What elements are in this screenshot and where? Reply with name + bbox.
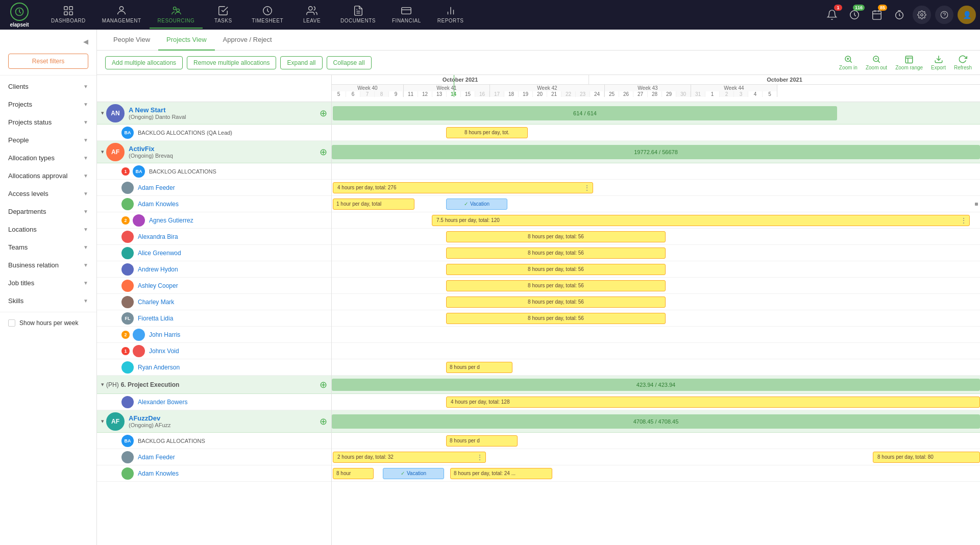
nav-management[interactable]: MANAGEMENT: [94, 1, 150, 29]
help-button[interactable]: [935, 6, 953, 24]
collapse-arrow[interactable]: ▾: [101, 148, 104, 155]
zoom-range-action[interactable]: Zoom range: [895, 55, 923, 70]
add-allocation-button[interactable]: ⊕: [320, 379, 327, 390]
person-name[interactable]: Alexander Bowers: [138, 399, 187, 406]
sidebar-item-allocation-types[interactable]: Allocation types ▼: [0, 149, 96, 167]
refresh-action[interactable]: Refresh: [954, 55, 972, 70]
person-name[interactable]: Johnx Void: [149, 348, 179, 355]
bar-menu-icon[interactable]: ⋮: [476, 453, 483, 461]
collapse-arrow[interactable]: ▾: [101, 418, 104, 425]
person-row: Alice Greenwod: [97, 245, 331, 261]
backlog-avatar: BA: [121, 127, 134, 139]
nav-dashboard[interactable]: DASHBOARD: [43, 1, 94, 29]
person-name[interactable]: John Harris: [149, 331, 180, 338]
collapse-all-button[interactable]: Collapse all: [327, 56, 372, 69]
reset-filters-button[interactable]: Reset filters: [8, 54, 88, 69]
day-cell: 4: [748, 91, 763, 97]
bar-menu-icon[interactable]: ⋮: [960, 216, 967, 225]
sidebar-item-access-levels[interactable]: Access levels ▼: [0, 185, 96, 203]
person-name[interactable]: Charley Mark: [138, 299, 174, 306]
export-action[interactable]: Export: [931, 55, 946, 70]
bar-row: 8 hours per day, tot.: [332, 125, 980, 141]
add-allocation-button[interactable]: ⊕: [320, 146, 327, 158]
project-info: ActivFix (Ongoing) Brevaq: [129, 145, 317, 159]
bar-row: 8 hours per d: [332, 359, 980, 376]
tab-people-view[interactable]: People View: [105, 30, 158, 51]
timer-button[interactable]: [890, 6, 909, 24]
sidebar-item-skills[interactable]: Skills ▼: [0, 292, 96, 310]
bar-row: 8 hours per d: [332, 433, 980, 449]
tab-approve-reject[interactable]: Approve / Reject: [215, 30, 280, 51]
sidebar-item-teams[interactable]: Teams ▼: [0, 238, 96, 256]
person-name[interactable]: Adam Feeder: [138, 184, 175, 191]
content-area: People View Projects View Approve / Reje…: [97, 30, 980, 545]
day-cell-weekend: 3: [734, 91, 748, 97]
settings-button[interactable]: [913, 6, 931, 24]
nav-financial[interactable]: FINANCIAL: [384, 1, 429, 29]
sidebar-collapse-button[interactable]: ◀: [79, 36, 92, 47]
sidebar-item-locations[interactable]: Locations ▼: [0, 220, 96, 238]
leave-button[interactable]: 85: [868, 6, 886, 24]
person-name[interactable]: Adam Feeder: [138, 454, 175, 461]
week-42-label: Week 42: [490, 85, 604, 91]
add-allocation-button[interactable]: ⊕: [320, 108, 327, 119]
person-name[interactable]: Alexandra Bira: [138, 233, 178, 240]
remove-multiple-allocations-button[interactable]: Remove multiple allocations: [187, 56, 276, 69]
expand-all-button[interactable]: Expand all: [280, 56, 322, 69]
bar-row: 8 hours per day, total: 56: [332, 229, 980, 245]
chevron-down-icon: ▼: [83, 119, 88, 125]
bar-row: 8 hours per day, total: 56: [332, 278, 980, 294]
backlog-avatar: BA: [121, 435, 134, 447]
person-name[interactable]: Adam Knowles: [138, 470, 179, 477]
project-name[interactable]: A New Start: [129, 106, 317, 114]
sidebar-item-projects[interactable]: Projects ▼: [0, 95, 96, 113]
nav-timesheet[interactable]: TIMESHEET: [243, 1, 291, 29]
allocation-bar: 8 hours per day, total: 56: [446, 280, 666, 291]
person-avatar: [121, 296, 134, 308]
sidebar-item-projects-status[interactable]: Projects status ▼: [0, 113, 96, 131]
notifications-button[interactable]: 1: [823, 6, 841, 24]
gantt-right-column: 614 / 614 8 hours per day, tot. 19772.64…: [332, 102, 980, 545]
user-avatar[interactable]: 👤: [958, 6, 976, 24]
day-cell-weekend: 22: [561, 91, 576, 97]
zoom-out-action[interactable]: Zoom out: [866, 55, 887, 70]
project-name[interactable]: AFuzzDev: [129, 414, 317, 422]
nav-tasks[interactable]: TASKS: [203, 1, 243, 29]
person-name[interactable]: Adam Knowles: [138, 201, 179, 208]
sidebar-item-clients[interactable]: Clients ▼: [0, 78, 96, 95]
sidebar-item-business-relation[interactable]: Business relation ▼: [0, 256, 96, 274]
sidebar-item-allocations-approval[interactable]: Allocations approval ▼: [0, 167, 96, 185]
vacation-bar: ✓ Vacation: [446, 199, 507, 210]
person-name[interactable]: Agnes Gutierrez: [149, 217, 193, 224]
nav-reports[interactable]: REPORTS: [429, 1, 472, 29]
timesheet-button[interactable]: 116: [845, 6, 864, 24]
day-cell: 12: [418, 91, 432, 97]
nav-right-icons: 1 116 85 👤: [823, 6, 976, 24]
add-allocation-button[interactable]: ⊕: [320, 416, 327, 427]
collapse-arrow[interactable]: ▾: [101, 381, 104, 388]
sidebar-item-people[interactable]: People ▼: [0, 131, 96, 149]
app-logo[interactable]: elapseit: [4, 3, 35, 28]
nav-resourcing[interactable]: RESOURCING: [150, 1, 203, 29]
collapse-arrow[interactable]: ▾: [101, 110, 104, 116]
sidebar-item-job-titles[interactable]: Job titles ▼: [0, 274, 96, 292]
tab-projects-view[interactable]: Projects View: [158, 30, 215, 51]
svg-rect-4: [69, 12, 72, 15]
show-hours-checkbox[interactable]: [8, 319, 15, 327]
person-name[interactable]: Ryan Anderson: [138, 364, 180, 371]
show-hours-option[interactable]: Show hours per week: [0, 314, 96, 332]
chevron-down-icon: ▼: [83, 298, 88, 304]
bar-menu-icon[interactable]: ⋮: [583, 184, 591, 192]
sidebar-item-departments[interactable]: Departments ▼: [0, 203, 96, 220]
project-name[interactable]: ActivFix: [129, 145, 317, 153]
nav-documents[interactable]: DOCUMENTS: [332, 1, 384, 29]
person-name[interactable]: Andrew Hydon: [138, 266, 178, 273]
bar-row: 1 hour per day, total ✓ Vacation: [332, 196, 980, 212]
person-name[interactable]: Alice Greenwod: [138, 250, 181, 257]
zoom-in-action[interactable]: Zoom in: [839, 55, 857, 70]
person-name[interactable]: Ashley Cooper: [138, 282, 178, 289]
add-multiple-allocations-button[interactable]: Add multiple allocations: [105, 56, 183, 69]
person-name[interactable]: Fioretta Lidia: [138, 315, 173, 322]
person-avatar: [133, 345, 145, 357]
nav-leave[interactable]: LEAVE: [291, 1, 332, 29]
